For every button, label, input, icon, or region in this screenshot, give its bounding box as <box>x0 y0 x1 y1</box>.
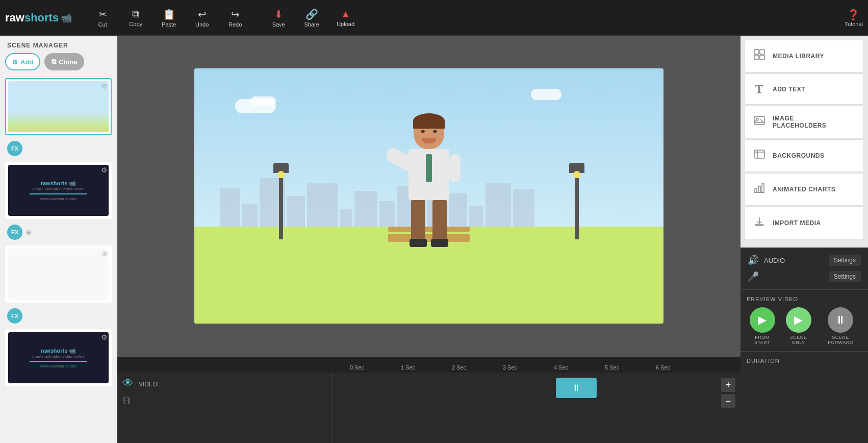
ruler-label-6: 6 Sec <box>637 364 688 371</box>
save-button[interactable]: ⬇ Save <box>263 5 294 31</box>
scene-logo-text-2: rawshorts 📹 <box>41 348 76 354</box>
logo-icon: 📹 <box>61 12 72 23</box>
preview-section: PREVIEW VIDEO ▶ FROM START ▶ SCENE ONLY … <box>741 290 868 352</box>
add-text-icon: T <box>752 82 767 96</box>
scene-settings-icon-2[interactable]: ⚙ <box>101 166 108 174</box>
scene-item[interactable]: ⚙ <box>5 78 112 135</box>
scene-fx-button-1[interactable]: FX <box>7 141 22 156</box>
timeline-tracks[interactable]: ⏸ <box>331 373 741 443</box>
character-head <box>414 116 444 149</box>
timeline-content: 👁 VIDEO 🎞 ⏸ + − <box>117 373 741 443</box>
right-panel-items: MEDIA LIBRARY T ADD TEXT IMAGEPLACEHOLDE… <box>741 36 868 243</box>
voice-settings-button[interactable]: Settings <box>829 271 861 282</box>
cloud-3 <box>531 89 561 100</box>
scene-item[interactable]: ⚙ rawshorts 📹 create animated video onli… <box>5 329 112 386</box>
backgrounds-button[interactable]: BACKGROUNDS <box>745 139 864 172</box>
audio-label: AUDIO <box>764 257 785 264</box>
tutorial-label: Tutorial <box>845 21 863 27</box>
cut-button[interactable]: ✂ Cut <box>87 5 118 31</box>
media-library-icon <box>752 48 767 64</box>
animated-charts-icon <box>752 182 767 197</box>
share-icon: 🔗 <box>305 8 318 20</box>
upload-label: Upload <box>337 21 354 27</box>
image-placeholders-icon <box>752 114 767 130</box>
cut-icon: ✂ <box>98 8 107 20</box>
clone-scene-icon: ⧉ <box>52 58 56 66</box>
import-media-button[interactable]: IMPORT MEDIA <box>745 207 864 239</box>
add-scene-button[interactable]: ⊕ Add <box>5 53 40 70</box>
preview-scene-only-button[interactable]: ▶ SCENE ONLY <box>783 307 814 345</box>
media-library-button[interactable]: MEDIA LIBRARY <box>745 40 864 72</box>
timeline-block-icon: ⏸ <box>572 383 581 393</box>
char-leg-right <box>432 200 447 241</box>
svg-rect-6 <box>754 150 764 158</box>
main-layout: SCENE MANAGER ⊕ Add ⧉ Clone ⚙ FX <box>0 36 868 443</box>
scene-thumb-3 <box>8 249 109 300</box>
tutorial-button[interactable]: ❓ Tutorial <box>845 9 863 27</box>
svg-rect-1 <box>760 50 764 54</box>
canvas-area: 0 Sec 1 Sec 2 Sec 3 Sec 4 Sec 5 Sec 6 Se… <box>117 36 741 443</box>
redo-button[interactable]: ↪ Redo <box>220 5 250 31</box>
toolbar-actions: ✂ Cut ⧉ Copy 📋 Paste ↩ Undo ↪ Redo ⬇ Sav… <box>87 5 845 31</box>
import-media-icon <box>752 215 767 231</box>
scene-fx-button-3[interactable]: FX <box>7 308 22 324</box>
lamp-light-right <box>573 171 580 178</box>
audio-row-voice: 🎤 Settings <box>748 271 861 282</box>
right-panel-bottom: 🔊 AUDIO Settings 🎤 Settings PREVIEW VIDE… <box>741 248 868 443</box>
add-text-button[interactable]: T ADD TEXT <box>745 73 864 105</box>
character-body <box>409 116 449 247</box>
svg-rect-9 <box>762 184 764 192</box>
paste-button[interactable]: 📋 Paste <box>154 5 184 31</box>
scene-manager-actions: ⊕ Add ⧉ Clone <box>0 53 117 76</box>
scene-settings-icon-4[interactable]: ⚙ <box>101 333 108 341</box>
timeline-block[interactable]: ⏸ <box>556 378 597 398</box>
scene-thumb-1 <box>8 81 109 132</box>
character-arm-right <box>449 154 461 182</box>
preview-buttons: ▶ FROM START ▶ SCENE ONLY ⏸ SCENE FORWAR… <box>747 307 862 345</box>
right-sidebar: MEDIA LIBRARY T ADD TEXT IMAGEPLACEHOLDE… <box>741 36 868 443</box>
duration-title: DURATION <box>747 358 862 364</box>
scene-item[interactable]: ⚙ rawshorts 📹 create animated video onli… <box>5 162 112 219</box>
import-media-label: IMPORT MEDIA <box>773 219 821 227</box>
timeline-zoom-out-button[interactable]: − <box>721 394 735 408</box>
upload-button[interactable]: ▲ Upload <box>329 5 362 30</box>
toolbar-right: ❓ Tutorial <box>845 9 863 27</box>
upload-icon: ▲ <box>341 8 351 20</box>
timeline: 0 Sec 1 Sec 2 Sec 3 Sec 4 Sec 5 Sec 6 Se… <box>117 356 741 443</box>
svg-rect-11 <box>755 225 763 226</box>
track-video-label: VIDEO <box>139 381 158 388</box>
animated-charts-button[interactable]: ANIMATED CHARTS <box>745 173 864 206</box>
char-mouth <box>422 138 436 143</box>
scene-fx-button-2[interactable]: FX <box>7 225 22 240</box>
timeline-zoom-in-button[interactable]: + <box>721 378 735 392</box>
logo-raw: raw <box>5 11 24 24</box>
preview-from-start-button[interactable]: ▶ FROM START <box>747 307 778 345</box>
preview-scene-only-label: SCENE ONLY <box>783 335 814 345</box>
scene-item[interactable]: ⊕ <box>5 245 112 303</box>
share-button[interactable]: 🔗 Share <box>296 5 327 31</box>
scene-add-icon-2[interactable]: ⊕ <box>25 228 32 236</box>
animated-charts-label: ANIMATED CHARTS <box>773 186 835 193</box>
char-shoe-right <box>431 239 448 247</box>
scene-settings-icon[interactable]: ⚙ <box>101 82 108 90</box>
timeline-zoom-controls: + − <box>721 378 735 408</box>
copy-button[interactable]: ⧉ Copy <box>120 5 151 30</box>
scene-logo-text: rawshorts 📹 <box>41 180 76 187</box>
cut-label: Cut <box>98 21 107 28</box>
scene-settings-icon-3[interactable]: ⊕ <box>101 250 108 258</box>
film-icon: 🎞 <box>122 397 131 406</box>
image-placeholders-button[interactable]: IMAGEPLACEHOLDERS <box>745 106 864 138</box>
lamp-post-left <box>273 163 289 239</box>
clone-scene-button[interactable]: ⧉ Clone <box>44 53 84 70</box>
save-label: Save <box>272 21 285 28</box>
cloud-2 <box>250 96 276 106</box>
char-leg-left-group <box>410 200 427 247</box>
backgrounds-label: BACKGROUNDS <box>773 152 825 159</box>
audio-settings-button[interactable]: Settings <box>829 255 861 266</box>
undo-button[interactable]: ↩ Undo <box>187 5 217 31</box>
preview-scene-forward-button[interactable]: ⏸ SCENE FORWARD <box>819 307 862 345</box>
save-icon: ⬇ <box>274 8 283 20</box>
share-label: Share <box>304 21 319 28</box>
scene-logo-url-2: www.rawshorts.com <box>40 364 76 368</box>
eye-icon: 👁 <box>122 377 134 390</box>
